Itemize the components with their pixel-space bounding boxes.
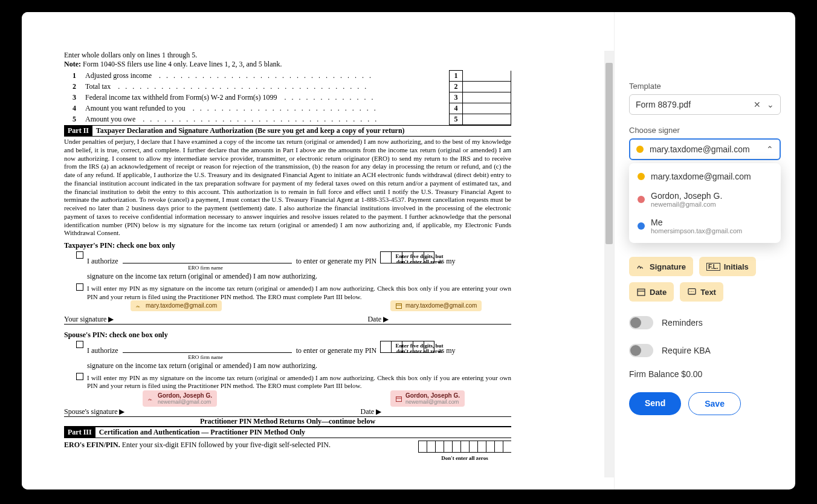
template-select[interactable]: Form 8879.pdf ✕ ⌄ [629, 94, 781, 115]
svg-point-7 [689, 291, 690, 292]
color-dot-icon [638, 173, 645, 180]
irs-form-8879: Enter whole dollars only on lines 1 thro… [64, 51, 511, 461]
signature-tag-gordon[interactable]: Gordon, Joseph G.newemail@gmail.com [143, 390, 217, 407]
signer-selected: mary.taxdome@gmail.com [650, 144, 750, 154]
save-button[interactable]: Save [688, 392, 741, 415]
spouse-date-label: Date ▶ [361, 407, 382, 416]
chevron-up-icon[interactable]: ⌃ [766, 144, 773, 154]
color-dot-icon [638, 222, 645, 230]
form-note: Note: Note: Form 1040-SS filers use line… [64, 60, 511, 69]
calendar-icon [395, 395, 402, 402]
efin-pin-grid [418, 441, 511, 453]
initials-field-button[interactable]: F.L. Initials [699, 257, 756, 276]
signature-icon [147, 395, 155, 402]
vertical-scrollbar[interactable] [604, 51, 614, 477]
reminders-toggle[interactable] [629, 316, 653, 329]
date-field-button[interactable]: Date [629, 282, 674, 302]
svg-rect-2 [396, 396, 402, 401]
chevron-down-icon[interactable]: ⌄ [767, 100, 774, 109]
date-tag-mary[interactable]: mary.taxdome@gmail.com [390, 300, 482, 311]
practitioner-header: Practitioner PIN Method Returns Only—con… [64, 417, 511, 427]
signature-panel: Template Form 8879.pdf ✕ ⌄ Choose signer… [614, 12, 795, 489]
firm-balance: Firm Balance $0.00 [629, 369, 781, 379]
declaration-paragraph: Under penalties of perjury, I declare th… [64, 138, 511, 237]
app-window: Enter whole dollars only on lines 1 thro… [22, 12, 795, 489]
signer-select[interactable]: mary.taxdome@gmail.com ⌃ [629, 138, 781, 160]
calendar-icon [636, 287, 646, 297]
svg-rect-4 [638, 289, 645, 296]
signer-option-gordon[interactable]: Gordon, Joseph G.newemail@gmail.com [629, 186, 781, 213]
kba-toggle[interactable] [629, 344, 653, 357]
svg-point-8 [691, 291, 692, 292]
svg-point-9 [693, 291, 694, 292]
template-value: Form 8879.pdf [636, 100, 691, 109]
form-instruction: Enter whole dollars only on lines 1 thro… [64, 51, 511, 60]
template-label: Template [629, 82, 781, 91]
signature-field-button[interactable]: Signature [629, 257, 693, 276]
signer-option-me[interactable]: Mehomersimpson.tax@gmail.com [629, 213, 781, 239]
svg-rect-0 [396, 303, 402, 308]
choose-signer-label: Choose signer [629, 126, 781, 135]
taxpayer-pin-header: Taxpayer's PIN: check one box only [64, 241, 511, 250]
signer-option-mary[interactable]: mary.taxdome@gmail.com [629, 167, 781, 186]
send-button[interactable]: Send [629, 392, 681, 415]
field-buttons: Signature F.L. Initials Date Text [629, 257, 781, 302]
signer-dropdown: mary.taxdome@gmail.com Gordon, Joseph G.… [629, 163, 781, 243]
color-dot-icon [638, 196, 645, 203]
kba-label: Require KBA [662, 346, 711, 355]
text-field-button[interactable]: Text [680, 282, 723, 302]
spouse-authorize-checkbox[interactable] [76, 341, 83, 348]
date-tag-gordon[interactable]: Gordon, Joseph G.newemail@gmail.com [390, 390, 465, 407]
spouse-signature-label: Spouse's signature ▶ [64, 407, 125, 416]
self-enter-checkbox[interactable] [76, 283, 83, 291]
initials-icon: F.L. [706, 263, 720, 271]
signature-icon [636, 262, 646, 271]
authorize-checkbox[interactable] [76, 251, 83, 259]
signature-icon [135, 302, 143, 309]
part-iii-header: Part III Certification and Authenticatio… [64, 427, 511, 438]
document-viewer[interactable]: Enter whole dollars only on lines 1 thro… [22, 12, 614, 489]
amounts-table: 1Adjusted gross income . . . . . . . . .… [64, 70, 511, 125]
part-ii-header: Part II Taxpayer Declaration and Signatu… [64, 125, 511, 137]
reminders-label: Reminders [662, 318, 703, 328]
scroll-thumb[interactable] [605, 63, 613, 244]
calendar-icon [395, 302, 402, 309]
clear-icon[interactable]: ✕ [754, 100, 761, 109]
spouse-self-enter-checkbox[interactable] [76, 373, 83, 380]
text-icon [687, 287, 697, 297]
signature-tag-mary[interactable]: mary.taxdome@gmail.com [131, 300, 222, 311]
signer-color-dot [636, 146, 644, 153]
your-signature-label: Your signature ▶ [64, 315, 114, 324]
date-label: Date ▶ [367, 315, 389, 324]
spouse-pin-header: Spouse's PIN: check one box only [64, 331, 511, 340]
